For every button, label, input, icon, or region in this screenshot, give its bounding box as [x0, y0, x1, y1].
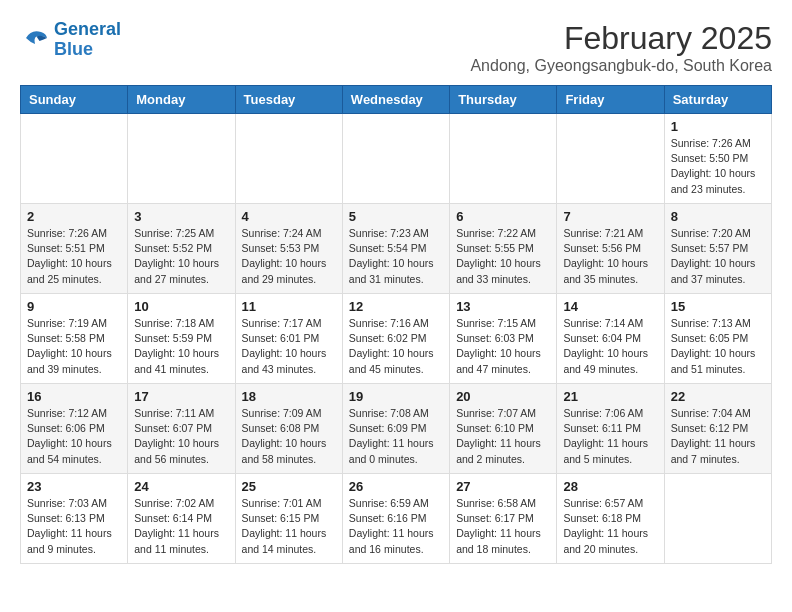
day-cell: 21Sunrise: 7:06 AM Sunset: 6:11 PM Dayli…: [557, 384, 664, 474]
day-number: 25: [242, 479, 336, 494]
day-info: Sunrise: 7:08 AM Sunset: 6:09 PM Dayligh…: [349, 406, 443, 467]
day-info: Sunrise: 7:22 AM Sunset: 5:55 PM Dayligh…: [456, 226, 550, 287]
day-cell: 3Sunrise: 7:25 AM Sunset: 5:52 PM Daylig…: [128, 204, 235, 294]
day-cell: 6Sunrise: 7:22 AM Sunset: 5:55 PM Daylig…: [450, 204, 557, 294]
day-cell: 20Sunrise: 7:07 AM Sunset: 6:10 PM Dayli…: [450, 384, 557, 474]
day-cell: 8Sunrise: 7:20 AM Sunset: 5:57 PM Daylig…: [664, 204, 771, 294]
day-number: 6: [456, 209, 550, 224]
day-number: 18: [242, 389, 336, 404]
day-number: 23: [27, 479, 121, 494]
day-cell: 24Sunrise: 7:02 AM Sunset: 6:14 PM Dayli…: [128, 474, 235, 564]
day-number: 8: [671, 209, 765, 224]
page-header: General Blue February 2025 Andong, Gyeon…: [20, 20, 772, 75]
day-info: Sunrise: 7:14 AM Sunset: 6:04 PM Dayligh…: [563, 316, 657, 377]
day-info: Sunrise: 7:07 AM Sunset: 6:10 PM Dayligh…: [456, 406, 550, 467]
day-number: 16: [27, 389, 121, 404]
day-info: Sunrise: 7:21 AM Sunset: 5:56 PM Dayligh…: [563, 226, 657, 287]
day-cell: 26Sunrise: 6:59 AM Sunset: 6:16 PM Dayli…: [342, 474, 449, 564]
day-cell: 10Sunrise: 7:18 AM Sunset: 5:59 PM Dayli…: [128, 294, 235, 384]
day-number: 15: [671, 299, 765, 314]
day-cell: 23Sunrise: 7:03 AM Sunset: 6:13 PM Dayli…: [21, 474, 128, 564]
day-info: Sunrise: 7:13 AM Sunset: 6:05 PM Dayligh…: [671, 316, 765, 377]
day-number: 21: [563, 389, 657, 404]
day-cell: 5Sunrise: 7:23 AM Sunset: 5:54 PM Daylig…: [342, 204, 449, 294]
calendar-title: February 2025: [470, 20, 772, 57]
day-info: Sunrise: 7:19 AM Sunset: 5:58 PM Dayligh…: [27, 316, 121, 377]
day-cell: [664, 474, 771, 564]
col-header-monday: Monday: [128, 86, 235, 114]
day-cell: [235, 114, 342, 204]
day-info: Sunrise: 7:12 AM Sunset: 6:06 PM Dayligh…: [27, 406, 121, 467]
day-cell: 4Sunrise: 7:24 AM Sunset: 5:53 PM Daylig…: [235, 204, 342, 294]
day-cell: 15Sunrise: 7:13 AM Sunset: 6:05 PM Dayli…: [664, 294, 771, 384]
day-info: Sunrise: 7:24 AM Sunset: 5:53 PM Dayligh…: [242, 226, 336, 287]
day-number: 13: [456, 299, 550, 314]
day-number: 19: [349, 389, 443, 404]
day-info: Sunrise: 7:03 AM Sunset: 6:13 PM Dayligh…: [27, 496, 121, 557]
day-cell: [21, 114, 128, 204]
day-cell: 25Sunrise: 7:01 AM Sunset: 6:15 PM Dayli…: [235, 474, 342, 564]
logo-text: General Blue: [54, 20, 121, 60]
day-info: Sunrise: 7:18 AM Sunset: 5:59 PM Dayligh…: [134, 316, 228, 377]
day-number: 4: [242, 209, 336, 224]
day-cell: 19Sunrise: 7:08 AM Sunset: 6:09 PM Dayli…: [342, 384, 449, 474]
calendar-subtitle: Andong, Gyeongsangbuk-do, South Korea: [470, 57, 772, 75]
col-header-sunday: Sunday: [21, 86, 128, 114]
day-number: 10: [134, 299, 228, 314]
day-cell: 13Sunrise: 7:15 AM Sunset: 6:03 PM Dayli…: [450, 294, 557, 384]
day-info: Sunrise: 6:57 AM Sunset: 6:18 PM Dayligh…: [563, 496, 657, 557]
logo: General Blue: [20, 20, 121, 60]
day-number: 11: [242, 299, 336, 314]
day-info: Sunrise: 7:04 AM Sunset: 6:12 PM Dayligh…: [671, 406, 765, 467]
day-cell: 27Sunrise: 6:58 AM Sunset: 6:17 PM Dayli…: [450, 474, 557, 564]
day-info: Sunrise: 6:58 AM Sunset: 6:17 PM Dayligh…: [456, 496, 550, 557]
calendar-header-row: SundayMondayTuesdayWednesdayThursdayFrid…: [21, 86, 772, 114]
day-cell: 9Sunrise: 7:19 AM Sunset: 5:58 PM Daylig…: [21, 294, 128, 384]
day-cell: 18Sunrise: 7:09 AM Sunset: 6:08 PM Dayli…: [235, 384, 342, 474]
col-header-saturday: Saturday: [664, 86, 771, 114]
day-number: 9: [27, 299, 121, 314]
col-header-friday: Friday: [557, 86, 664, 114]
day-cell: 14Sunrise: 7:14 AM Sunset: 6:04 PM Dayli…: [557, 294, 664, 384]
day-cell: 7Sunrise: 7:21 AM Sunset: 5:56 PM Daylig…: [557, 204, 664, 294]
day-info: Sunrise: 7:26 AM Sunset: 5:51 PM Dayligh…: [27, 226, 121, 287]
week-row-3: 9Sunrise: 7:19 AM Sunset: 5:58 PM Daylig…: [21, 294, 772, 384]
day-number: 28: [563, 479, 657, 494]
day-cell: [128, 114, 235, 204]
day-info: Sunrise: 7:01 AM Sunset: 6:15 PM Dayligh…: [242, 496, 336, 557]
day-info: Sunrise: 7:25 AM Sunset: 5:52 PM Dayligh…: [134, 226, 228, 287]
day-cell: 11Sunrise: 7:17 AM Sunset: 6:01 PM Dayli…: [235, 294, 342, 384]
day-info: Sunrise: 7:06 AM Sunset: 6:11 PM Dayligh…: [563, 406, 657, 467]
day-info: Sunrise: 7:16 AM Sunset: 6:02 PM Dayligh…: [349, 316, 443, 377]
day-number: 26: [349, 479, 443, 494]
day-info: Sunrise: 7:02 AM Sunset: 6:14 PM Dayligh…: [134, 496, 228, 557]
day-info: Sunrise: 7:26 AM Sunset: 5:50 PM Dayligh…: [671, 136, 765, 197]
day-cell: 28Sunrise: 6:57 AM Sunset: 6:18 PM Dayli…: [557, 474, 664, 564]
day-info: Sunrise: 7:23 AM Sunset: 5:54 PM Dayligh…: [349, 226, 443, 287]
week-row-2: 2Sunrise: 7:26 AM Sunset: 5:51 PM Daylig…: [21, 204, 772, 294]
day-number: 14: [563, 299, 657, 314]
day-cell: [342, 114, 449, 204]
day-number: 22: [671, 389, 765, 404]
day-cell: [557, 114, 664, 204]
day-cell: [450, 114, 557, 204]
day-number: 7: [563, 209, 657, 224]
day-number: 27: [456, 479, 550, 494]
day-number: 17: [134, 389, 228, 404]
week-row-4: 16Sunrise: 7:12 AM Sunset: 6:06 PM Dayli…: [21, 384, 772, 474]
day-number: 12: [349, 299, 443, 314]
col-header-wednesday: Wednesday: [342, 86, 449, 114]
week-row-5: 23Sunrise: 7:03 AM Sunset: 6:13 PM Dayli…: [21, 474, 772, 564]
day-cell: 17Sunrise: 7:11 AM Sunset: 6:07 PM Dayli…: [128, 384, 235, 474]
day-number: 5: [349, 209, 443, 224]
day-info: Sunrise: 7:09 AM Sunset: 6:08 PM Dayligh…: [242, 406, 336, 467]
day-info: Sunrise: 7:20 AM Sunset: 5:57 PM Dayligh…: [671, 226, 765, 287]
day-info: Sunrise: 6:59 AM Sunset: 6:16 PM Dayligh…: [349, 496, 443, 557]
day-cell: 16Sunrise: 7:12 AM Sunset: 6:06 PM Dayli…: [21, 384, 128, 474]
day-info: Sunrise: 7:17 AM Sunset: 6:01 PM Dayligh…: [242, 316, 336, 377]
title-block: February 2025 Andong, Gyeongsangbuk-do, …: [470, 20, 772, 75]
logo-icon: [20, 23, 50, 53]
day-number: 20: [456, 389, 550, 404]
day-number: 1: [671, 119, 765, 134]
day-info: Sunrise: 7:15 AM Sunset: 6:03 PM Dayligh…: [456, 316, 550, 377]
